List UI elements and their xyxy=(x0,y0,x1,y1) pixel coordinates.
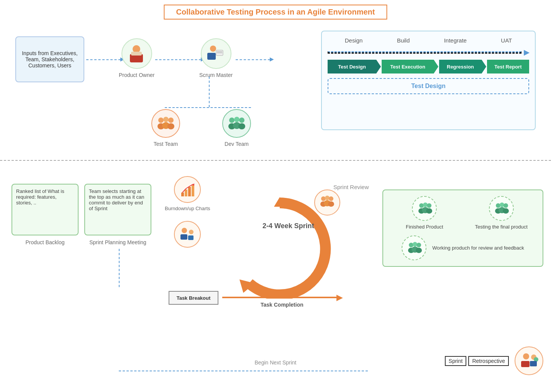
sprint-planning-label: Sprint Planning Meeting xyxy=(84,239,151,245)
svg-point-45 xyxy=(500,203,504,207)
svg-point-34 xyxy=(329,196,333,201)
phase-design: Design xyxy=(345,37,363,44)
svg-point-40 xyxy=(427,203,431,208)
phase-arrow-line xyxy=(328,47,529,55)
bar-regression: Regression xyxy=(439,60,481,74)
test-team-avatar xyxy=(151,109,180,138)
svg-rect-26 xyxy=(180,234,187,240)
svg-point-25 xyxy=(182,228,187,233)
bar-test-design: Test Design xyxy=(328,60,376,74)
svg-point-15 xyxy=(234,117,239,122)
svg-rect-57 xyxy=(521,361,530,367)
burndown-icon xyxy=(174,176,201,203)
svg-rect-22 xyxy=(188,187,191,196)
sprint-review-label: Sprint Review xyxy=(333,184,369,190)
task-breakout-box: Task Breakout xyxy=(169,291,218,305)
svg-point-19 xyxy=(238,123,245,129)
product-backlog-box: Ranked list of What is required: feature… xyxy=(11,184,79,235)
sprint-review-area xyxy=(314,189,340,216)
product-owner-label: Product Owner xyxy=(119,72,154,78)
svg-rect-4 xyxy=(207,53,216,60)
svg-point-37 xyxy=(328,201,334,207)
test-team-label: Test Team xyxy=(154,141,178,147)
sprint-review-icon xyxy=(314,189,340,216)
testing-final-label: Testing the final product xyxy=(475,224,528,230)
finished-product-label: Finished Product xyxy=(406,224,443,230)
sprint-retro-label-1: Sprint xyxy=(445,356,467,366)
svg-point-16 xyxy=(239,118,244,123)
svg-point-50 xyxy=(409,243,413,247)
svg-point-51 xyxy=(413,242,417,247)
product-owner-avatar xyxy=(121,38,152,69)
svg-rect-2 xyxy=(131,52,142,56)
svg-point-14 xyxy=(229,118,235,123)
svg-point-38 xyxy=(419,203,424,208)
sprint-planning-box: Team selects starting at the top as much… xyxy=(84,184,151,235)
svg-point-33 xyxy=(325,196,330,200)
scrum-master: Scrum Master xyxy=(199,38,233,78)
arrow-scrum-to-phase xyxy=(236,59,270,60)
svg-rect-60 xyxy=(530,361,537,366)
svg-point-46 xyxy=(503,203,508,208)
testing-final-icon xyxy=(489,196,514,221)
review-grid: Finished Product Testing the final produ… xyxy=(382,189,543,267)
svg-point-3 xyxy=(210,46,216,52)
inputs-text: Inputs from Executives, Team, Stakeholde… xyxy=(19,50,80,69)
svg-point-13 xyxy=(167,123,174,129)
phase-build: Build xyxy=(397,37,410,44)
svg-point-9 xyxy=(163,117,169,122)
svg-rect-28 xyxy=(188,235,194,240)
scrum-master-avatar xyxy=(201,38,231,69)
svg-point-8 xyxy=(158,118,164,123)
line-scrum-to-teams xyxy=(209,77,210,107)
burndown-label: Burndown/up Charts xyxy=(165,206,210,211)
finished-product-icon xyxy=(412,196,437,221)
dashed-line-bottom xyxy=(119,371,368,371)
scrum-master-label: Scrum Master xyxy=(199,72,233,78)
bar-test-report: Test Report xyxy=(487,60,529,74)
svg-rect-20 xyxy=(181,193,184,196)
dev-team: Dev Team xyxy=(222,109,251,147)
working-product-label: Working produch for review and feedback xyxy=(432,245,524,251)
working-product-item: Working produch for review and feedback xyxy=(389,235,537,260)
top-section: Collaborative Testing Process in an Agil… xyxy=(0,0,551,161)
svg-point-56 xyxy=(523,353,529,359)
product-owner: Product Owner xyxy=(119,38,154,78)
test-team: Test Team xyxy=(151,109,180,147)
svg-rect-21 xyxy=(185,189,187,196)
retrospective-icon xyxy=(515,346,543,375)
arrow-owner-to-scrum xyxy=(155,59,201,60)
finished-product-item: Finished Product xyxy=(389,196,460,230)
task-completion-label: Task Completion xyxy=(261,302,303,308)
phase-integrate: Integrate xyxy=(444,37,467,44)
phase-labels: Design Build Integrate UAT xyxy=(328,37,529,44)
bar-test-execution: Test Execution xyxy=(382,60,434,74)
retrospective-area: Sprint Retrospective xyxy=(445,346,543,375)
dev-team-label: Dev Team xyxy=(225,141,249,147)
working-product-icon xyxy=(402,235,426,260)
arrow-inputs-to-owner xyxy=(86,59,121,60)
svg-point-55 xyxy=(416,248,422,253)
phase-uat: UAT xyxy=(501,37,512,44)
svg-rect-23 xyxy=(192,185,194,196)
phase-container: Design Build Integrate UAT Test Design T… xyxy=(321,31,536,130)
page-title: Collaborative Testing Process in an Agil… xyxy=(164,5,387,20)
svg-point-10 xyxy=(168,118,174,123)
svg-point-39 xyxy=(423,203,428,207)
svg-point-27 xyxy=(189,230,194,234)
svg-point-49 xyxy=(503,208,509,214)
phase-bars: Test Design Test Execution Regression Te… xyxy=(328,60,529,74)
sprint-retro-label-2: Retrospective xyxy=(468,356,509,366)
testing-final-item: Testing the final product xyxy=(466,196,537,230)
review-section: Finished Product Testing the final produ… xyxy=(382,176,543,267)
task-breakout-icon xyxy=(174,221,201,248)
bottom-section: Ranked list of What is required: feature… xyxy=(0,161,551,390)
begin-next-sprint-label: Begin Next Sprint xyxy=(255,359,297,366)
burndown-area: Burndown/up Charts xyxy=(165,176,210,248)
line-teams-horizontal xyxy=(165,107,251,108)
task-completion-arrow xyxy=(222,297,337,298)
dashed-line-sprint-up xyxy=(119,249,120,287)
product-backlog-label: Product Backlog xyxy=(11,239,79,245)
svg-point-44 xyxy=(496,203,500,208)
test-design-dashed-box: Test Design xyxy=(328,78,529,94)
